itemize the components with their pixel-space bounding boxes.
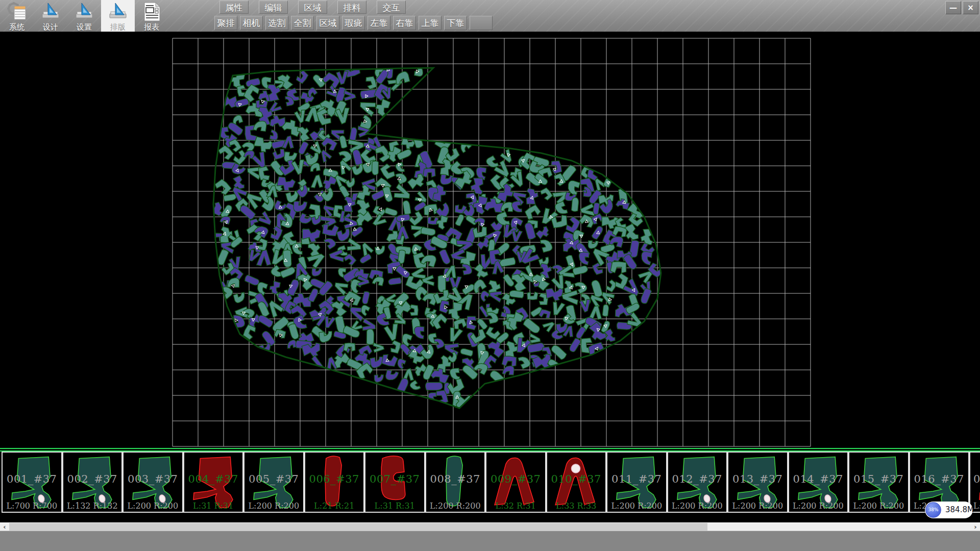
part-thumbnail-14[interactable]: 014_#37L:200 R:200 [788, 452, 849, 513]
part-counts-label: L:200 R:200 [668, 501, 727, 511]
scrollbar-thumb[interactable] [9, 523, 707, 531]
part-name-label: 007_#37 [365, 473, 424, 485]
part-name-label: 002_#37 [63, 473, 122, 485]
report-icon [140, 2, 163, 22]
scroll-left-arrow[interactable]: ‹ [0, 523, 9, 531]
part-thumbnail-3[interactable]: 003_#37L:200 R:200 [122, 452, 183, 513]
part-name-label: 010_#37 [547, 473, 606, 485]
part-counts-label: L:200 R:200 [789, 501, 848, 511]
progress-circle: 38% [925, 502, 941, 518]
gear-table-icon [6, 2, 28, 22]
nesting-svg [0, 32, 980, 448]
part-counts-label: L:200 R:200 [849, 501, 908, 511]
part-thumbnail-7[interactable]: 007_#37L:31 R:31 [364, 452, 425, 513]
window-controls: — × [945, 1, 978, 14]
part-name-label: 012_#37 [668, 473, 727, 485]
part-counts-label: L:31 R:31 [184, 501, 243, 511]
part-thumbnail-1[interactable]: 001_#37L:700 R:700 [2, 452, 62, 513]
strip-accent-line [0, 448, 980, 452]
module-bar: 系统设计设置排版报表 [0, 0, 168, 32]
part-name-label: 008_#37 [426, 473, 485, 485]
part-thumbnail-2[interactable]: 002_#37L:132 R:132 [62, 452, 123, 513]
part-thumbnail-10[interactable]: 010_#37L:33 R:33 [546, 452, 607, 513]
tool-button-1[interactable]: 聚排 [214, 16, 237, 30]
close-button[interactable]: × [963, 1, 978, 14]
part-counts-label: L:132 R:132 [63, 501, 122, 511]
memory-usage-label: 384.8M [945, 502, 974, 518]
set-square-icon [39, 2, 62, 22]
part-name-label: 016_#37 [910, 473, 969, 485]
status-badge: 38% 384.8M [925, 502, 973, 518]
part-thumbnail-6[interactable]: 006_#37L:21 R:21 [304, 452, 365, 513]
part-counts-label: L:21 R:21 [305, 501, 364, 511]
part-counts-label: L:33 R:33 [547, 501, 606, 511]
part-thumbnail-11[interactable]: 011_#37L:200 R:200 [606, 452, 667, 513]
part-thumbnail-9[interactable]: 009_#37L:32 R:31 [485, 452, 546, 513]
ribbon-tool-row: 聚排相机选割全割区域瑕疵左靠右靠上靠下靠 [214, 16, 495, 30]
set-square-icon [107, 2, 129, 22]
part-counts-label: L:200 R:200 [728, 501, 787, 511]
part-name-label: 001_#37 [3, 473, 61, 485]
scroll-right-arrow[interactable]: › [971, 523, 980, 531]
part-name-label: 009_#37 [486, 473, 545, 485]
module-label: 设置 [77, 22, 92, 32]
tool-button-blank [470, 16, 493, 30]
parts-thumbnail-strip: 001_#37L:700 R:700002_#37L:132 R:132003_… [0, 452, 980, 513]
module-button-4[interactable]: 排版 [101, 0, 135, 32]
module-button-2[interactable]: 设计 [34, 0, 67, 32]
part-name-label: 014_#37 [789, 473, 848, 485]
ribbon-tab-1[interactable]: 属性 [219, 1, 249, 14]
nesting-canvas[interactable] [0, 32, 980, 448]
set-square-icon [73, 2, 95, 22]
module-button-5[interactable]: 报表 [135, 0, 168, 32]
tool-button-9[interactable]: 上靠 [419, 16, 442, 30]
tool-button-5[interactable]: 区域 [316, 16, 339, 30]
part-counts-label: L:31 R:31 [365, 501, 424, 511]
part-counts-label: L:200 R:200 [607, 501, 666, 511]
part-counts-label: L:200 R:200 [124, 501, 182, 511]
module-button-1[interactable]: 系统 [0, 0, 34, 32]
part-name-label: 006_#37 [305, 473, 364, 485]
module-label: 设计 [43, 22, 58, 32]
part-name-label: 013_#37 [728, 473, 787, 485]
ribbon-tab-4[interactable]: 排料 [337, 1, 366, 14]
part-counts-label: L:200 R:200 [244, 501, 303, 511]
part-name-label: 0 [970, 473, 980, 485]
part-thumbnail-15[interactable]: 015_#37L:200 R:200 [848, 452, 909, 513]
tool-button-7[interactable]: 左靠 [368, 16, 390, 30]
part-name-label: 004_#37 [184, 473, 243, 485]
ribbon-tab-row: 属性编辑区域排料交互 [219, 1, 416, 14]
tool-button-8[interactable]: 右靠 [393, 16, 416, 30]
ribbon-toolbar: 系统设计设置排版报表 属性编辑区域排料交互 聚排相机选割全割区域瑕疵左靠右靠上靠… [0, 0, 980, 32]
part-name-label: 011_#37 [607, 473, 666, 485]
minimize-button[interactable]: — [945, 1, 961, 14]
ribbon-tab-3[interactable]: 区域 [298, 1, 327, 14]
strip-gap [0, 513, 980, 522]
module-label: 排版 [110, 22, 126, 32]
part-thumbnail-4[interactable]: 004_#37L:31 R:31 [183, 452, 244, 513]
tool-button-3[interactable]: 选割 [265, 16, 288, 30]
ribbon-tab-2[interactable]: 编辑 [259, 1, 288, 14]
module-label: 报表 [144, 22, 159, 32]
part-counts-label: L:200 R:200 [426, 501, 485, 511]
tool-button-2[interactable]: 相机 [240, 16, 263, 30]
ribbon-tab-5[interactable]: 交互 [377, 1, 406, 14]
tool-button-10[interactable]: 下靠 [444, 16, 467, 30]
horizontal-scrollbar[interactable]: ‹ › [0, 522, 980, 531]
part-name-label: 015_#37 [849, 473, 908, 485]
part-thumbnail-13[interactable]: 013_#37L:200 R:200 [727, 452, 788, 513]
part-counts-label: L:700 R:700 [3, 501, 61, 511]
module-button-3[interactable]: 设置 [67, 0, 101, 32]
tool-button-6[interactable]: 瑕疵 [342, 16, 365, 30]
part-thumbnail-12[interactable]: 012_#37L:200 R:200 [667, 452, 728, 513]
part-thumbnail-5[interactable]: 005_#37L:200 R:200 [243, 452, 304, 513]
window-bottom-bar [0, 531, 980, 551]
part-counts-label: L:32 R:31 [486, 501, 545, 511]
part-thumbnail-8[interactable]: 008_#37L:200 R:200 [425, 452, 486, 513]
part-name-label: 005_#37 [244, 473, 303, 485]
tool-button-4[interactable]: 全割 [291, 16, 314, 30]
part-name-label: 003_#37 [124, 473, 182, 485]
module-label: 系统 [9, 22, 24, 32]
